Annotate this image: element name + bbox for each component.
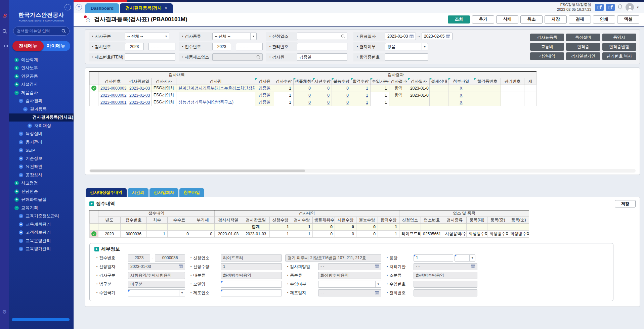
sidebar-item[interactable]: +교육평가관리 [9,245,74,253]
receipt-no-year-input[interactable]: 2023 [212,43,231,50]
hamburger-icon[interactable]: ≡ [76,4,82,10]
sidebar-item[interactable]: +사고점검 [9,179,74,188]
chevron-down-icon[interactable]: ▼ [636,6,639,9]
add-button[interactable]: 추가 [472,15,494,23]
tab-overtime[interactable]: 시간외 [128,188,148,197]
sidebar-item[interactable]: +고객정보관리 [9,229,74,237]
phone-no-field[interactable] [414,289,477,296]
expand-icon[interactable]: + [14,197,19,202]
tab-dashboard[interactable]: Dashboard [85,3,119,13]
collapse-icon[interactable]: − [14,206,19,210]
tab-receipt-detail[interactable]: 검사대상접수내역 [86,188,127,197]
sidebar-item[interactable]: +교육운영관리 [9,237,74,245]
grid-cell-link[interactable]: X [460,100,462,105]
grid-cell-link[interactable]: 김종일 [259,86,271,90]
grid-row[interactable]: ✓2023-00000032023-01-03ESG경영처설계단계검사기록부(가… [90,85,536,92]
sidebar-collapse-icon[interactable]: ← [65,4,71,10]
grid-hscrollbar-thumb[interactable] [90,170,305,172]
deadline-field[interactable]: - - [414,263,477,270]
tab-inspection-witness[interactable]: 검사입회자 [149,188,178,197]
collapse-icon[interactable]: − [19,99,23,103]
expand-icon[interactable]: + [19,156,23,161]
capacity-input[interactable]: 1 [414,254,453,262]
receipt-seq-field[interactable]: 0000036 [155,254,185,262]
grid-cell-link[interactable]: 0 [327,86,330,91]
tab-close-icon[interactable]: × [165,6,167,11]
expand-icon[interactable]: + [14,189,19,194]
sidebar-item[interactable]: −교육기획 [9,204,74,212]
sidebar-item[interactable]: +안전공통 [9,72,74,81]
grid-row[interactable]: 합계110001 [90,223,529,230]
sidebar-item[interactable]: +공장심사 [9,171,74,179]
sidebar-item[interactable]: −검사결과 [9,97,74,105]
receipt-save-button[interactable]: 저장 [615,200,636,207]
manufacture-date-field[interactable]: - - [318,289,381,296]
expand-icon[interactable]: + [14,66,19,70]
open-window-icon[interactable] [595,4,604,11]
tab-inspection-result[interactable]: 검사결과등록(검사 × [120,3,173,13]
inspection-kind-select[interactable]: -- 전체 --▼ [212,33,257,40]
grid-row[interactable]: 2023-00000022023-01-03ESG경영처김종일100011합격2… [90,92,536,99]
sidebar-item[interactable]: −결과등록 [9,105,74,113]
grid-cell-link[interactable]: 김종일 [259,93,271,97]
expand-icon[interactable]: + [19,230,23,235]
settings-gear-icon[interactable]: ⚙ [2,309,7,315]
favorite-star-icon[interactable]: ☆ [85,16,91,23]
inspection-division-field[interactable]: 시험용역/수탁시험용역 [128,272,185,279]
management-no-input[interactable] [297,43,347,50]
sidebar-item[interactable]: −제품검사 [9,89,74,97]
grid-cell-link[interactable]: 0 [346,100,349,105]
sidebar-item[interactable]: +시설검사 [9,81,74,89]
grid-cell-link[interactable]: 성능검정기록부(내압방폭구조) [178,100,233,104]
sidebar-item[interactable]: +예산회계 [9,56,74,64]
law-division-field[interactable]: 미구분 [128,281,185,288]
specific-equipment-button[interactable]: 특정설비 [566,34,600,41]
import-status-select[interactable]: ▼ [318,281,381,288]
grid-cell-link[interactable]: 0 [327,100,330,105]
expand-icon[interactable]: + [19,247,23,251]
shop-address-field[interactable]: 경기 파주시 가람로116번길 107, 211, 212호 [285,254,381,262]
receipt-no-input[interactable]: ------- [236,43,263,50]
copy-management-no-button[interactable]: 관리번호 복사 [602,52,636,60]
sidebar-item[interactable]: +용기관리 [9,138,74,146]
inspection-no-input[interactable]: ------- [148,43,175,50]
cancel-button[interactable]: 취소 [520,15,543,23]
grid-cell-link[interactable]: 2023-0000003 [100,86,126,91]
grid-cell-link[interactable]: 1 [366,100,368,105]
grid-cell-link[interactable]: 2023-0000002 [100,93,126,98]
expand-icon[interactable]: + [19,164,23,169]
save-button[interactable]: 저장 [545,15,567,23]
minor-category-field[interactable]: 화생방수탁용역 [414,272,477,279]
sidebar-item[interactable]: +처리대장 [9,122,74,130]
capacity-unit-select[interactable]: ▼ [455,254,475,262]
completion-date-from[interactable]: 2023-01-03 [385,33,416,40]
grid-row[interactable]: ✓202300000361002023-01-032023-01-0311000… [90,230,529,237]
import-no-field[interactable] [414,281,477,288]
batch-draft-button[interactable]: 검사일괄기안 [566,52,600,60]
inspection-no-year-input[interactable]: 2023 [125,43,144,50]
sidebar-item[interactable]: +특정설비 [9,130,74,138]
grid-cell-link[interactable]: 0 [327,93,330,98]
app-grid-icon[interactable] [4,45,5,46]
pass-cert-button[interactable]: 합격증 [566,43,600,51]
approval-status-select[interactable]: 없음▼ [385,43,428,50]
delete-button[interactable]: 삭제 [496,15,518,23]
all-menu-button[interactable]: 전체메뉴 [12,41,44,51]
sidebar-item[interactable]: +SEIP [9,146,74,155]
manufacture-no-input[interactable] [125,53,175,61]
expand-icon[interactable]: + [14,74,19,79]
kgs-logo-icon[interactable]: S [3,13,6,19]
expand-icon[interactable]: + [14,58,19,62]
avatar[interactable] [626,3,634,11]
expand-icon[interactable]: + [28,124,32,128]
application-date-field[interactable]: 2023-01-03 [128,263,185,270]
transport-fee-button[interactable]: 교통비 [530,43,564,51]
sidebar-scrollbar[interactable] [12,318,70,321]
certificate-no-input[interactable] [385,53,428,61]
applicant-shop-field[interactable]: 라이프트리 [221,254,282,262]
major-category-field[interactable]: 화생방수탁용역 [221,272,282,279]
grid-row[interactable]: 2023-00000012023-01-03ESG경영처성능검정기록부(내압방폭… [90,99,536,106]
pass-cert-issue-button[interactable]: 합격증발행 [602,43,636,51]
sidebar-item[interactable]: +유해화학물질 [9,196,74,204]
certificate-button[interactable]: 증명서 [602,34,636,41]
